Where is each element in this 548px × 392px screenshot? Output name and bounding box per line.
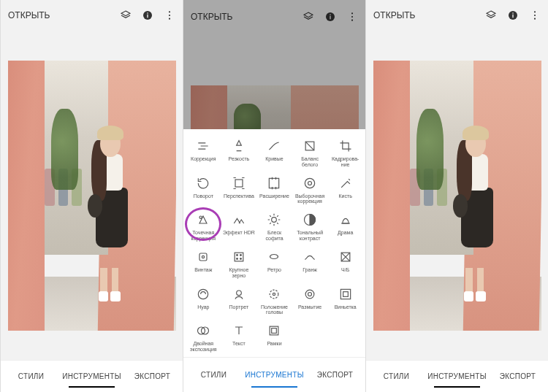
tool-баланс-белого[interactable]: Баланс белого	[293, 135, 327, 171]
more-icon[interactable]	[529, 9, 541, 21]
photo-canvas[interactable]	[366, 31, 548, 360]
tool-текст[interactable]: Текст	[222, 320, 256, 356]
tool-перспектива[interactable]: Перспектива	[222, 172, 256, 208]
tool-icon	[338, 175, 354, 191]
svg-point-26	[240, 258, 242, 260]
tool-icon	[195, 249, 211, 265]
tool-портрет[interactable]: Портрет	[222, 283, 256, 319]
tool-label: Баланс белого	[294, 156, 327, 167]
tool-icon	[266, 286, 282, 302]
svg-rect-41	[512, 15, 513, 18]
svg-point-16	[305, 178, 314, 188]
tab-styles[interactable]: СТИЛИ	[366, 361, 427, 392]
layers-icon[interactable]	[485, 9, 497, 21]
tool-label: Выборочная коррекция	[294, 193, 327, 204]
svg-rect-14	[270, 178, 279, 188]
tool-ч-б[interactable]: Ч/Б	[328, 246, 362, 282]
tool-крупное-зерно[interactable]: Крупное зерно	[222, 246, 256, 282]
tool-кадрирова-ние[interactable]: Кадрирова­ние	[328, 135, 362, 171]
tool-гранж[interactable]: Гранж	[293, 246, 327, 282]
tool-label: Перспектива	[224, 193, 254, 199]
tab-styles[interactable]: СТИЛИ	[183, 358, 244, 392]
svg-point-5	[169, 18, 170, 20]
tool-label: Кадрирова­ние	[329, 156, 362, 167]
tool-размытие[interactable]: Размытие	[293, 283, 327, 319]
info-icon[interactable]	[142, 9, 153, 21]
layers-icon[interactable]	[120, 9, 132, 21]
tool-нуар[interactable]: Нуар	[186, 283, 221, 319]
tool-коррекция[interactable]: Коррекция	[186, 135, 221, 171]
tool-icon	[195, 323, 211, 339]
tool-кисть[interactable]: Кисть	[328, 172, 362, 208]
tool-icon	[195, 286, 211, 302]
tool-выборочная-коррекция[interactable]: Выборочная коррекция	[293, 172, 327, 208]
tool-icon	[231, 138, 247, 154]
tool-рамки[interactable]: Рамки	[257, 320, 292, 356]
svg-point-42	[512, 12, 514, 14]
svg-rect-13	[235, 180, 243, 187]
tool-label: Положение головы	[258, 304, 291, 315]
tab-styles[interactable]: СТИЛИ	[1, 361, 61, 392]
open-button[interactable]: ОТКРЫТЬ	[191, 12, 233, 22]
more-icon[interactable]	[346, 11, 358, 23]
svg-point-30	[270, 290, 279, 299]
svg-point-23	[237, 255, 238, 256]
tab-tools[interactable]: ИНСТРУМЕНТЫ	[244, 358, 305, 392]
tool-label: Коррекция	[191, 156, 216, 162]
tool-виньетка[interactable]: Виньетка	[328, 283, 362, 319]
tool-двойная-экспозиция[interactable]: Двойная экспозиция	[186, 320, 221, 356]
tool-icon	[266, 175, 282, 191]
tool-эффект-hdr[interactable]: Эффект HDR	[222, 209, 256, 245]
more-icon[interactable]	[164, 9, 175, 21]
tool-icon	[195, 175, 211, 191]
tool-icon	[266, 212, 282, 228]
tool-label: Расширение	[259, 193, 289, 199]
screen-left: ОТКРЫТЬ СТИЛИ ИНСТРУМЕНТЫ ЭКСПОРТ	[0, 0, 183, 392]
tool-блеск-софита[interactable]: Блеск софита	[257, 209, 292, 245]
tool-label: Портрет	[229, 304, 249, 310]
tab-export[interactable]: ЭКСПОРТ	[487, 361, 548, 392]
tool-точечная-коррекция[interactable]: Точечная коррекция	[186, 209, 221, 245]
tool-label: Точечная коррекция	[187, 230, 220, 241]
svg-rect-20	[199, 253, 207, 261]
open-button[interactable]: ОТКРЫТЬ	[373, 10, 416, 20]
tool-icon	[302, 286, 318, 302]
tool-поворот[interactable]: Поворот	[186, 172, 221, 208]
header: ОТКРЫТЬ	[1, 0, 183, 31]
photo-canvas[interactable]	[1, 31, 183, 360]
tab-tools[interactable]: ИНСТРУМЕНТЫ	[61, 361, 122, 392]
svg-rect-1	[147, 15, 148, 18]
tool-винтаж[interactable]: Винтаж	[186, 246, 221, 282]
svg-point-31	[273, 293, 275, 295]
layers-icon[interactable]	[302, 11, 314, 23]
photo	[8, 61, 176, 331]
tool-icon	[302, 212, 318, 228]
tab-export[interactable]: ЭКСПОРТ	[305, 358, 365, 392]
info-icon[interactable]	[507, 9, 519, 21]
tab-export[interactable]: ЭКСПОРТ	[122, 361, 183, 392]
tool-ретро[interactable]: Ретро	[257, 246, 292, 282]
tool-label: Резкость	[229, 156, 250, 162]
tool-icon	[231, 212, 247, 228]
tool-icon	[195, 212, 211, 228]
svg-rect-34	[340, 289, 350, 299]
svg-point-17	[199, 216, 202, 218]
tool-положение-головы[interactable]: Положение головы	[257, 283, 292, 319]
tool-драма[interactable]: Драма	[328, 209, 362, 245]
tools-grid: КоррекцияРезкостьКривыеБаланс белогоКадр…	[183, 129, 365, 357]
tool-icon	[266, 323, 282, 339]
tool-кривые[interactable]: Кривые	[257, 135, 292, 171]
tool-icon	[338, 138, 354, 154]
tool-label: Кисть	[339, 193, 352, 199]
svg-rect-38	[270, 326, 279, 335]
tool-icon	[302, 138, 318, 154]
svg-point-8	[330, 14, 331, 15]
info-icon[interactable]	[324, 11, 336, 23]
tab-tools[interactable]: ИНСТРУМЕНТЫ	[427, 361, 487, 392]
tool-расширение[interactable]: Расширение	[257, 172, 292, 208]
open-button[interactable]: ОТКРЫТЬ	[8, 10, 50, 20]
tool-тональный-контраст[interactable]: Тональный контраст	[293, 209, 327, 245]
tool-резкость[interactable]: Резкость	[222, 135, 256, 171]
svg-point-43	[534, 12, 536, 13]
screen-right: ОТКРЫТЬ СТИЛИ ИНСТРУМЕНТЫ ЭКСПОРТ	[365, 0, 548, 392]
